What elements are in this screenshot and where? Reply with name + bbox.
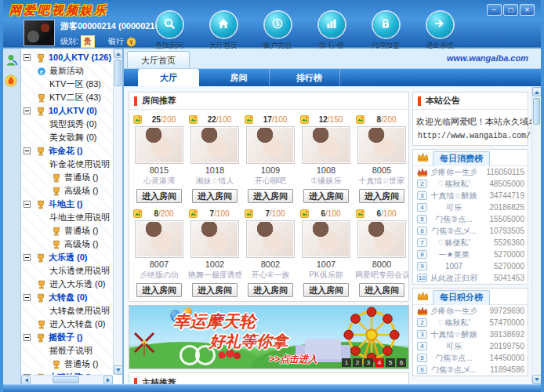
close-button[interactable]: × xyxy=(520,4,535,16)
expand-toggle-icon[interactable] xyxy=(24,147,31,154)
tree-item[interactable]: 进入大转盘 (0) xyxy=(21,318,113,331)
tree-item[interactable]: 摇骰子说明 xyxy=(21,344,113,358)
rank-tab-title[interactable]: 每日积分榜 xyxy=(433,290,490,305)
banner-page-button[interactable]: 5 xyxy=(386,358,395,367)
tree-item[interactable]: 10人KTV (0) xyxy=(21,104,113,118)
rank-badge: 4 xyxy=(417,342,427,350)
banner-page-button[interactable]: 3 xyxy=(364,358,373,367)
minimize-button[interactable]: − xyxy=(487,4,502,16)
scroll-down-button[interactable] xyxy=(114,365,123,375)
room-thumbnail[interactable] xyxy=(135,220,183,258)
tree-item[interactable]: 进入大乐透 (0) xyxy=(21,278,113,291)
scrollbar-thumb[interactable] xyxy=(114,60,121,86)
flame-icon[interactable] xyxy=(5,74,19,89)
tree-item[interactable]: 斗地主使用说明 xyxy=(21,211,113,224)
tree-vertical-scrollbar[interactable] xyxy=(113,49,122,375)
tree-item[interactable]: 普通场 () xyxy=(21,358,113,371)
scrollbar-thumb[interactable] xyxy=(53,376,79,383)
toolbar-button[interactable]: 排 行 榜 xyxy=(313,12,350,51)
banner-page-button[interactable]: 2 xyxy=(353,358,362,367)
scroll-right-button[interactable] xyxy=(103,376,113,384)
toolbar-button[interactable]: 大厅首页 xyxy=(205,12,242,51)
rank-value: 99729690 xyxy=(481,307,524,315)
expand-toggle-icon[interactable] xyxy=(24,334,31,341)
main-vertical-scrollbar[interactable] xyxy=(531,87,541,384)
tree-item[interactable]: 高级场 () xyxy=(21,238,113,251)
scroll-up-button[interactable] xyxy=(532,87,541,96)
enter-room-button[interactable]: 进入房间 xyxy=(359,283,404,297)
tree-item[interactable]: 普通场 () xyxy=(21,224,113,238)
promo-banner[interactable]: 幸运摩天轮 好礼等你拿 >>点击进入 1 2 3 4 5 6 xyxy=(129,305,409,369)
expand-toggle-icon[interactable] xyxy=(24,294,31,301)
scrollbar-thumb[interactable] xyxy=(533,98,540,125)
expand-toggle-icon[interactable] xyxy=(24,254,31,261)
scroll-left-button[interactable] xyxy=(21,376,31,384)
tree-item[interactable]: 普通场 () xyxy=(21,171,113,184)
nav-tab[interactable]: 大厅 xyxy=(138,69,199,86)
bank-coin-icon[interactable]: ¥ xyxy=(126,37,136,47)
rank-row: 3 十真情☆醉娘 39138692 xyxy=(413,328,528,340)
tree-item[interactable]: 大乐透使用说明 xyxy=(21,264,113,278)
tree-item[interactable]: 大乐透 (0) xyxy=(21,251,113,264)
enter-room-button[interactable]: 进入房间 xyxy=(303,189,349,203)
trophy-icon xyxy=(35,53,45,63)
room-thumbnail[interactable] xyxy=(357,126,406,164)
room-thumbnail[interactable] xyxy=(246,220,295,258)
room-thumbnail[interactable] xyxy=(190,220,239,258)
enter-room-button[interactable]: 进入房间 xyxy=(136,283,182,297)
toolbar-button[interactable]: 退出系统 xyxy=(421,12,459,51)
banner-cta[interactable]: >>点击进入 xyxy=(269,353,317,366)
scroll-down-button[interactable] xyxy=(532,375,541,384)
toolbar-button[interactable]: 查找房间 xyxy=(151,12,188,51)
room-thumbnail[interactable] xyxy=(246,126,295,164)
rank-tab-title[interactable]: 每日消费榜 xyxy=(433,151,490,166)
tree-item[interactable]: 斗地主 () xyxy=(21,198,113,211)
rank-badge: 3 xyxy=(417,191,427,200)
enter-room-button[interactable]: 进入房间 xyxy=(248,283,293,297)
enter-room-button[interactable]: 进入房间 xyxy=(303,283,349,297)
expand-toggle-icon[interactable] xyxy=(24,201,31,208)
room-thumbnail[interactable] xyxy=(190,126,239,164)
room-thumbnail[interactable] xyxy=(302,126,350,164)
messenger-icon[interactable] xyxy=(5,53,19,67)
tree-horizontal-scrollbar[interactable] xyxy=(21,375,113,384)
enter-room-button[interactable]: 进入房间 xyxy=(192,283,238,297)
tree-item[interactable]: 大转盘 (0) xyxy=(21,291,113,304)
user-avatar[interactable] xyxy=(24,20,55,46)
tree-item[interactable]: 摇骰子 () xyxy=(21,331,113,344)
enter-room-button[interactable]: 进入房间 xyxy=(192,189,238,203)
enter-room-button[interactable]: 进入房间 xyxy=(136,189,182,203)
maximize-button[interactable]: □ xyxy=(503,4,518,16)
expand-toggle-icon[interactable] xyxy=(24,107,31,114)
room-thumbnail[interactable] xyxy=(357,220,406,258)
scroll-up-button[interactable] xyxy=(114,49,123,58)
tree-item[interactable]: 诈金花使用说明 xyxy=(21,158,113,171)
room-occupancy: 8/200 xyxy=(142,209,186,218)
enter-room-button[interactable]: 进入房间 xyxy=(248,189,293,203)
banner-page-button[interactable]: 4 xyxy=(375,358,384,367)
nav-tab[interactable]: 排行榜 xyxy=(279,69,340,86)
room-thumbnail[interactable] xyxy=(135,126,183,164)
enter-room-button[interactable]: 进入房间 xyxy=(359,189,404,203)
page-tab-lobby[interactable]: 大厅首页 xyxy=(127,51,190,68)
tree-item[interactable]: 美女歌舞 (0) xyxy=(21,131,113,144)
nav-tab[interactable]: 房间 xyxy=(209,69,270,86)
tree-item[interactable]: 100人KTV (126) xyxy=(21,51,113,64)
tree-item[interactable]: 大转盘使用说明 xyxy=(21,304,113,318)
trophy-icon xyxy=(51,226,61,236)
tree-item[interactable]: 我型我秀 (0) xyxy=(21,118,113,131)
toolbar-button[interactable]: 代理加盟 xyxy=(367,12,404,51)
bank-link[interactable]: 银行 xyxy=(108,36,124,47)
tree-item[interactable]: 诈金花 () xyxy=(21,144,113,158)
expand-toggle-icon[interactable] xyxy=(24,54,31,61)
notice-url[interactable]: http://www.wangaiba.com/ xyxy=(418,132,528,140)
site-url[interactable]: www.wangaiba.com xyxy=(447,53,528,63)
tree-item[interactable]: KTV二区 (43) xyxy=(21,91,113,104)
room-thumbnail[interactable] xyxy=(302,220,350,258)
tree-item[interactable]: e 最新活动 xyxy=(21,64,113,78)
banner-page-button[interactable]: 6 xyxy=(397,358,406,367)
toolbar-button[interactable]: $ 账户充值 xyxy=(259,12,296,51)
tree-item[interactable]: 高级场 () xyxy=(21,184,113,198)
tree-item[interactable]: KTV一区 (83) xyxy=(21,78,113,91)
banner-page-button[interactable]: 1 xyxy=(342,358,351,367)
